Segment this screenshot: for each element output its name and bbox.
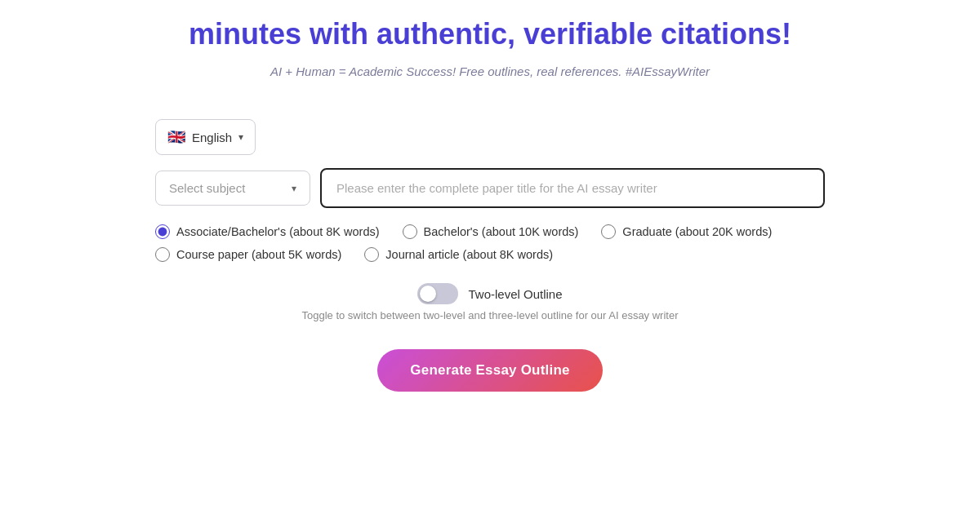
- two-level-outline-toggle[interactable]: [417, 283, 458, 304]
- radio-group: Associate/Bachelor's (about 8K words) Ba…: [155, 224, 825, 262]
- radio-journal[interactable]: Journal article (about 8K words): [364, 247, 553, 262]
- radio-course[interactable]: Course paper (about 5K words): [155, 247, 341, 262]
- language-chevron-icon: ▾: [238, 131, 243, 143]
- page-wrapper: minutes with authentic, verifiable citat…: [0, 0, 980, 514]
- toggle-row: Two-level Outline: [417, 283, 562, 304]
- subject-placeholder: Select subject: [169, 181, 245, 195]
- hero-subtitle: AI + Human = Academic Success! Free outl…: [270, 64, 710, 78]
- radio-bachelor-label: Bachelor's (about 10K words): [424, 225, 579, 238]
- radio-associate-label: Associate/Bachelor's (about 8K words): [176, 225, 380, 238]
- language-selector[interactable]: 🇬🇧 English ▾: [155, 119, 256, 155]
- gb-flag-icon: 🇬🇧: [167, 128, 185, 146]
- hero-title: minutes with authentic, verifiable citat…: [189, 16, 791, 51]
- generate-btn-wrapper: Generate Essay Outline: [155, 349, 825, 392]
- language-label: English: [192, 131, 232, 144]
- input-row: Select subject ▾: [155, 168, 825, 208]
- radio-bachelor[interactable]: Bachelor's (about 10K words): [403, 224, 579, 239]
- radio-journal-label: Journal article (about 8K words): [385, 248, 553, 261]
- generate-essay-outline-button[interactable]: Generate Essay Outline: [377, 349, 602, 392]
- top-row: 🇬🇧 English ▾: [155, 119, 825, 155]
- radio-graduate-label: Graduate (about 20K words): [622, 225, 772, 238]
- radio-associate[interactable]: Associate/Bachelor's (about 8K words): [155, 224, 380, 239]
- title-input[interactable]: [320, 168, 825, 208]
- form-container: 🇬🇧 English ▾ Select subject ▾ Associate/…: [155, 119, 825, 392]
- subject-selector[interactable]: Select subject ▾: [155, 171, 310, 206]
- radio-course-label: Course paper (about 5K words): [176, 248, 341, 261]
- toggle-hint: Toggle to switch between two-level and t…: [301, 309, 678, 321]
- radio-row-1: Associate/Bachelor's (about 8K words) Ba…: [155, 224, 825, 239]
- subject-chevron-icon: ▾: [292, 183, 296, 194]
- toggle-section: Two-level Outline Toggle to switch betwe…: [155, 283, 825, 321]
- radio-graduate[interactable]: Graduate (about 20K words): [601, 224, 772, 239]
- toggle-knob: [420, 286, 436, 302]
- radio-row-2: Course paper (about 5K words) Journal ar…: [155, 247, 825, 262]
- toggle-label: Two-level Outline: [468, 287, 562, 301]
